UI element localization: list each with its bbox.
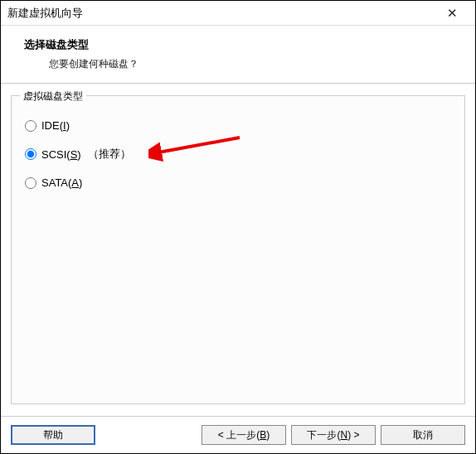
close-button[interactable]: ✕ — [435, 2, 469, 25]
wizard-header: 选择磁盘类型 您要创建何种磁盘？ — [1, 26, 475, 84]
radio-scsi-input[interactable] — [25, 148, 36, 160]
radio-ide-input[interactable] — [25, 120, 36, 132]
page-title: 选择磁盘类型 — [24, 37, 452, 52]
content-area: 虚拟磁盘类型 IDE(I) SCSI(S) （推荐） SATA(A) — [1, 84, 475, 416]
close-icon: ✕ — [447, 6, 458, 21]
radio-sata-input[interactable] — [25, 177, 36, 189]
radio-scsi-label: SCSI(S) — [41, 148, 81, 161]
recommended-label: （推荐） — [88, 147, 131, 162]
radio-sata[interactable]: SATA(A) — [25, 176, 451, 189]
page-subtitle: 您要创建何种磁盘？ — [24, 57, 452, 71]
window-title: 新建虚拟机向导 — [7, 6, 435, 21]
radio-ide[interactable]: IDE(I) — [25, 119, 451, 132]
radio-scsi[interactable]: SCSI(S) （推荐） — [25, 147, 451, 162]
radio-ide-label: IDE(I) — [41, 119, 70, 132]
wizard-footer: 帮助 < 上一步(B) 下一步(N) > 取消 — [1, 416, 475, 453]
radio-sata-label: SATA(A) — [41, 176, 82, 189]
back-button[interactable]: < 上一步(B) — [202, 425, 286, 445]
help-button[interactable]: 帮助 — [11, 425, 95, 445]
next-button[interactable]: 下一步(N) > — [291, 425, 376, 445]
title-bar: 新建虚拟机向导 ✕ — [1, 1, 475, 26]
cancel-button[interactable]: 取消 — [381, 425, 465, 445]
group-title: 虚拟磁盘类型 — [20, 89, 86, 104]
disk-type-group: 虚拟磁盘类型 IDE(I) SCSI(S) （推荐） SATA(A) — [11, 95, 465, 404]
